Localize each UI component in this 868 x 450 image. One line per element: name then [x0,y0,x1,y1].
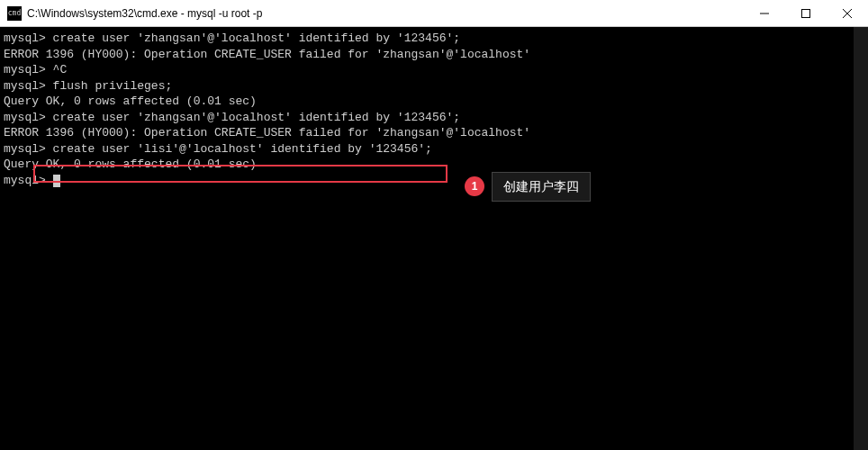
cursor [53,175,60,187]
cmd-icon: cmd [7,6,22,21]
maximize-button[interactable] [785,0,827,26]
term-line: mysql> create user 'zhangsan'@'localhost… [0,110,868,126]
term-line: mysql> [0,173,868,189]
minimize-button[interactable] [744,0,785,26]
term-line: mysql> ^C [0,62,868,78]
scrollbar[interactable] [854,27,868,450]
window-title: C:\Windows\system32\cmd.exe - mysql -u r… [27,7,744,20]
cmd-icon-text: cmd [8,9,21,17]
annotation-label: 创建用户李四 [492,172,591,202]
term-line: mysql> flush privileges; [0,78,868,94]
term-line: Query OK, 0 rows affected (0.01 sec) [0,157,868,173]
term-line: Query OK, 0 rows affected (0.01 sec) [0,94,868,110]
window-controls [744,0,868,26]
term-line: ERROR 1396 (HY000): Operation CREATE_USE… [0,47,868,63]
window-titlebar: cmd C:\Windows\system32\cmd.exe - mysql … [0,0,868,27]
svg-rect-1 [802,9,810,17]
terminal-area[interactable]: mysql> create user 'zhangsan'@'localhost… [0,27,868,450]
annotation-badge: 1 [465,176,484,196]
term-line: ERROR 1396 (HY000): Operation CREATE_USE… [0,125,868,141]
close-button[interactable] [827,0,868,26]
annotation-callout: 1 创建用户李四 [465,172,591,202]
term-line: mysql> create user 'lisi'@'localhost' id… [0,141,868,158]
term-line: mysql> create user 'zhangsan'@'localhost… [0,31,868,47]
